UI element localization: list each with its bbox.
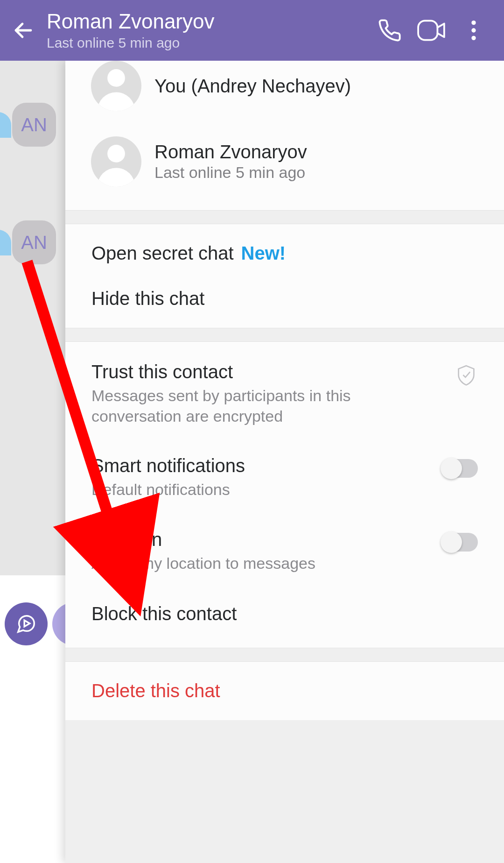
more-options-button[interactable] (453, 9, 495, 51)
contact-status: Last online 5 min ago (47, 35, 369, 51)
person-icon (91, 61, 141, 111)
setting-subtitle: Messages sent by participants in this co… (91, 385, 362, 426)
chat-message-peek: AN (0, 220, 65, 264)
video-icon (417, 19, 446, 42)
avatar (91, 136, 141, 187)
back-button[interactable] (9, 16, 37, 44)
message-tail-icon (0, 230, 11, 255)
more-vertical-icon (471, 21, 476, 40)
chat-message-peek: AN (0, 103, 65, 147)
header-title-block[interactable]: Roman Zvonaryov Last online 5 min ago (47, 10, 369, 51)
arrow-left-icon (12, 19, 35, 42)
chat-info-panel: You (Andrey Nechayev) Roman Zvonaryov La… (65, 61, 504, 863)
chat-background-strip: AN AN (0, 61, 65, 575)
hide-chat-item[interactable]: Hide this chat (65, 276, 504, 321)
avatar: AN (12, 103, 56, 147)
chat-header: Roman Zvonaryov Last online 5 min ago (0, 0, 504, 61)
video-call-button[interactable] (411, 9, 453, 51)
svg-point-6 (107, 69, 125, 87)
menu-label: Block this contact (91, 603, 237, 624)
section-divider (65, 328, 504, 342)
setting-subtitle: Default notifications (91, 479, 362, 500)
setting-title: Trust this contact (91, 361, 443, 382)
person-icon (91, 136, 141, 187)
participant-you[interactable]: You (Andrey Nechayev) (65, 61, 504, 116)
avatar (91, 61, 141, 111)
participant-contact[interactable]: Roman Zvonaryov Last online 5 min ago (65, 132, 504, 191)
section-divider (65, 648, 504, 662)
section-divider (65, 210, 504, 224)
toggle-knob (441, 458, 462, 479)
chat-play-icon (15, 613, 37, 635)
new-badge: New! (241, 243, 286, 264)
voice-call-button[interactable] (369, 9, 411, 51)
chat-actions-section: Open secret chat New! Hide this chat (65, 224, 504, 328)
setting-subtitle: Attach my location to messages (91, 553, 362, 573)
participant-name: Roman Zvonaryov (154, 141, 307, 163)
location-item[interactable]: Location Attach my location to messages (65, 516, 504, 589)
open-secret-chat-item[interactable]: Open secret chat New! (65, 231, 504, 276)
participant-name: You (Andrey Nechayev) (154, 76, 351, 97)
settings-section: Trust this contact Messages sent by part… (65, 342, 504, 648)
shield-check-icon (457, 364, 476, 386)
smart-notifications-item[interactable]: Smart notifications Default notification… (65, 442, 504, 516)
participants-section: You (Andrey Nechayev) Roman Zvonaryov La… (65, 61, 504, 210)
avatar: AN (12, 220, 56, 264)
menu-label: Delete this chat (91, 680, 220, 701)
svg-point-7 (107, 145, 125, 163)
setting-title: Location (91, 529, 430, 550)
compose-fab[interactable] (5, 602, 48, 645)
svg-point-3 (471, 28, 476, 32)
svg-marker-5 (24, 620, 30, 626)
phone-icon (378, 18, 402, 42)
delete-section: Delete this chat (65, 662, 504, 720)
location-toggle[interactable] (441, 533, 478, 552)
message-tail-icon (0, 112, 11, 138)
trust-contact-item[interactable]: Trust this contact Messages sent by part… (65, 348, 504, 442)
delete-chat-item[interactable]: Delete this chat (65, 668, 504, 714)
svg-point-2 (471, 21, 476, 25)
menu-label: Hide this chat (91, 288, 204, 309)
contact-name: Roman Zvonaryov (47, 10, 369, 33)
smart-notifications-toggle[interactable] (441, 459, 478, 478)
setting-title: Smart notifications (91, 455, 430, 476)
participant-status: Last online 5 min ago (154, 163, 307, 182)
menu-label: Open secret chat (91, 243, 234, 264)
toggle-knob (441, 531, 462, 553)
chat-toolbar-peek (0, 575, 65, 863)
svg-rect-1 (418, 21, 437, 40)
svg-point-4 (471, 36, 476, 40)
block-contact-item[interactable]: Block this contact (65, 589, 504, 641)
